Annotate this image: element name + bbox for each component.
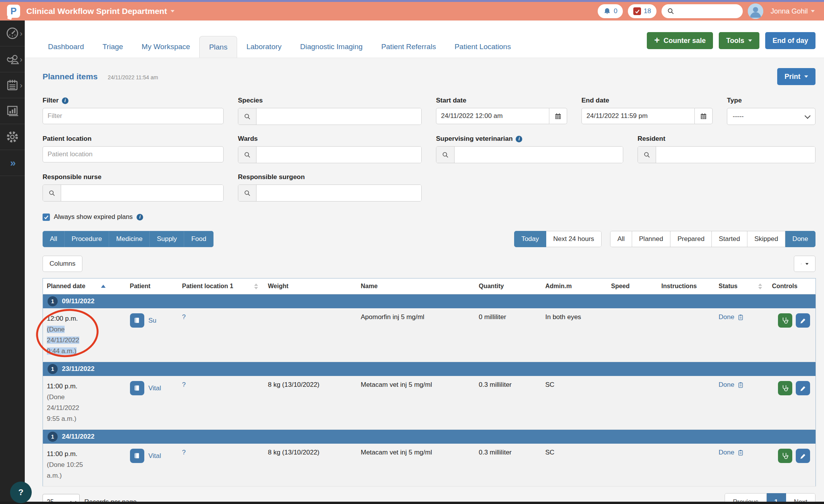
book-icon xyxy=(133,452,141,460)
filter-input[interactable] xyxy=(43,108,224,124)
edit-button[interactable] xyxy=(796,313,810,328)
sidebar-item-reports[interactable] xyxy=(0,98,25,124)
edit-button[interactable] xyxy=(796,381,810,395)
table-settings-button[interactable] xyxy=(794,256,815,272)
patient-record-button[interactable] xyxy=(130,313,144,328)
weight-cell: 8 kg (13/10/2022) xyxy=(264,376,357,430)
provet-logo[interactable]: P xyxy=(7,5,20,18)
status-link[interactable]: Done xyxy=(719,381,735,389)
type-filter-all[interactable]: All xyxy=(43,231,65,247)
expired-plans-checkbox[interactable] xyxy=(43,214,50,221)
name-cell: Metacam vet inj 5 mg/ml xyxy=(357,376,475,430)
end-date-calendar-button[interactable] xyxy=(695,108,713,124)
patient-record-button[interactable] xyxy=(130,449,144,463)
responsible-nurse-input-group xyxy=(43,185,224,202)
app-header: P Clinical Workflow Sprint Department 0 … xyxy=(0,2,824,21)
search-prefix xyxy=(238,147,256,163)
col-name: Name xyxy=(357,278,475,294)
treat-button[interactable] xyxy=(778,449,792,463)
patient-record-button[interactable] xyxy=(130,381,144,395)
plus-icon: + xyxy=(654,36,660,45)
time-filter-next-24-hours[interactable]: Next 24 hours xyxy=(546,231,602,247)
responsible-nurse-input[interactable] xyxy=(61,185,223,201)
notifications-button[interactable]: 0 xyxy=(598,4,623,18)
wards-input[interactable] xyxy=(256,147,421,163)
patient-link[interactable]: Vital xyxy=(149,384,161,392)
resident-input[interactable] xyxy=(656,147,815,163)
species-label: Species xyxy=(238,97,422,104)
sidebar-item-settings[interactable] xyxy=(0,124,25,150)
print-button[interactable]: Print xyxy=(777,68,815,85)
tab-plans[interactable]: Plans xyxy=(199,36,237,58)
status-filter-done[interactable]: Done xyxy=(785,231,815,247)
supervising-veterinarian-label: Supervising veterinarian i xyxy=(436,135,623,143)
tab-patient-referrals[interactable]: Patient Referrals xyxy=(372,36,445,58)
tasks-button[interactable]: 18 xyxy=(628,4,656,18)
filter-label: Filter i xyxy=(43,97,224,104)
planned-date-cell: 11:00 p.m. (Done 24/11/2022 9:55 a.m.) xyxy=(43,376,126,430)
end-date-input[interactable] xyxy=(581,108,695,124)
treat-button[interactable] xyxy=(778,313,792,328)
status-link[interactable]: Done xyxy=(719,313,735,321)
controls-cell xyxy=(768,308,816,362)
global-search[interactable] xyxy=(662,4,743,18)
group-date: 23/11/2022 xyxy=(62,365,94,373)
sidebar-item-patients[interactable]: › xyxy=(0,46,25,72)
status-filter-all[interactable]: All xyxy=(610,231,632,247)
help-button[interactable]: ? xyxy=(10,482,32,503)
tab-patient-locations[interactable]: Patient Locations xyxy=(445,36,520,58)
col-status[interactable]: Status xyxy=(715,278,768,294)
status-filter-started[interactable]: Started xyxy=(712,231,747,247)
status-filter-planned[interactable]: Planned xyxy=(632,231,670,247)
tab-triage[interactable]: Triage xyxy=(93,36,132,58)
planned-time: 11:00 p.m. xyxy=(47,450,77,458)
species-input[interactable] xyxy=(256,108,421,125)
treat-button[interactable] xyxy=(778,381,792,395)
tab-laboratory[interactable]: Laboratory xyxy=(237,36,291,58)
dashboard-gauge-icon xyxy=(5,26,19,40)
expired-plans-row: Always show expired plans i xyxy=(43,213,815,221)
edit-button[interactable] xyxy=(796,449,810,463)
type-filter-supply[interactable]: Supply xyxy=(150,231,184,247)
department-title[interactable]: Clinical Workflow Sprint Department xyxy=(26,7,174,16)
col-patient-location[interactable]: Patient location 1 xyxy=(178,278,264,294)
location-link[interactable]: ? xyxy=(182,381,186,388)
end-of-day-button[interactable]: End of day xyxy=(765,32,815,49)
sidebar-item-calendar[interactable]: › xyxy=(0,72,25,98)
search-icon xyxy=(442,151,449,159)
patient-link[interactable]: Su xyxy=(149,317,157,325)
tab-diagnostic-imaging[interactable]: Diagnostic Imaging xyxy=(291,36,372,58)
status-filter-skipped[interactable]: Skipped xyxy=(747,231,785,247)
time-filter-today[interactable]: Today xyxy=(514,231,546,247)
avatar[interactable] xyxy=(748,3,763,19)
type-select[interactable]: ----- xyxy=(727,108,815,125)
sort-icon xyxy=(758,284,762,289)
counter-sale-button[interactable]: + Counter sale xyxy=(647,32,713,49)
sidebar-item-dashboard[interactable]: › xyxy=(0,21,25,46)
speed-cell xyxy=(607,444,658,487)
columns-row: Columns xyxy=(43,256,815,272)
patient-link[interactable]: Vital xyxy=(149,452,161,460)
tools-button[interactable]: Tools xyxy=(719,32,759,49)
user-menu[interactable]: Jonna Gohil xyxy=(768,7,817,16)
columns-button[interactable]: Columns xyxy=(43,256,82,272)
location-link[interactable]: ? xyxy=(182,313,186,321)
col-planned-date[interactable]: Planned date xyxy=(43,278,126,294)
tab-dashboard[interactable]: Dashboard xyxy=(39,36,93,58)
sidebar-expand[interactable]: » xyxy=(0,150,25,176)
tab-my-workspace[interactable]: My Workspace xyxy=(132,36,199,58)
responsible-surgeon-input[interactable] xyxy=(256,185,421,201)
type-filter-procedure[interactable]: Procedure xyxy=(65,231,109,247)
start-date-input[interactable] xyxy=(436,108,549,124)
status-link[interactable]: Done xyxy=(719,449,735,456)
location-link[interactable]: ? xyxy=(182,449,186,456)
supervising-veterinarian-input[interactable] xyxy=(455,147,623,163)
clipboard-icon xyxy=(737,314,744,321)
search-icon xyxy=(667,7,675,15)
patient-location-input[interactable] xyxy=(43,146,224,162)
start-date-calendar-button[interactable] xyxy=(549,108,567,124)
species-input-group xyxy=(238,108,422,125)
type-filter-medicine[interactable]: Medicine xyxy=(109,231,150,247)
status-filter-prepared[interactable]: Prepared xyxy=(670,231,712,247)
type-filter-food[interactable]: Food xyxy=(184,231,214,247)
